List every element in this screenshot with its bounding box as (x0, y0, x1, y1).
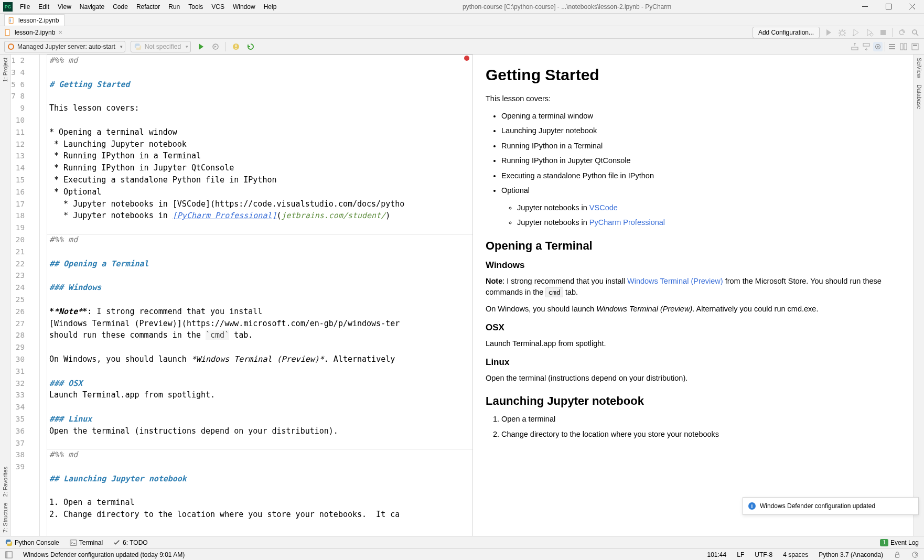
menu-file[interactable]: File (16, 1, 34, 13)
vscode-link[interactable]: VSCode (589, 203, 618, 212)
editor-tabs: lesson-2.ipynb (0, 14, 924, 26)
heading-launching: Launching Jupyter notebook (486, 394, 901, 408)
add-cell-above-icon[interactable] (850, 42, 859, 51)
svg-point-8 (840, 31, 844, 35)
tool-windows-icon[interactable] (5, 551, 13, 558)
heading-windows: Windows (486, 260, 901, 271)
editor-pane[interactable]: 1 2 3 4 5 6 7 8 9 10 11 12 13 14 15 16 1… (10, 55, 473, 536)
python-console-tool[interactable]: Python Console (5, 539, 59, 546)
breadcrumb-file[interactable]: lesson-2.ipynb (15, 29, 55, 36)
windows-p2: On Windows, you should launch Windows Te… (486, 304, 901, 315)
debug-cell-icon[interactable] (211, 42, 220, 51)
svg-rect-27 (913, 45, 917, 46)
fold-column (40, 55, 47, 536)
database-tool[interactable]: Database (916, 81, 922, 112)
maximize-button[interactable] (877, 0, 900, 14)
favorites-tool[interactable]: 2: Favorites (2, 464, 8, 500)
python-env-select[interactable]: Not specified (131, 41, 191, 52)
menu-refactor[interactable]: Refactor (132, 1, 164, 13)
svg-rect-0 (886, 4, 891, 9)
menu-view[interactable]: View (53, 1, 76, 13)
line-separator[interactable]: LF (737, 551, 744, 558)
notification-popup[interactable]: i Windows Defender configuration updated (743, 497, 919, 515)
svg-rect-25 (904, 44, 907, 50)
code-area[interactable]: #%% md # Getting Started This lesson cov… (47, 55, 472, 536)
terminal-icon (70, 539, 77, 546)
menu-run[interactable]: Run (164, 1, 184, 13)
terminal-tool[interactable]: Terminal (70, 539, 103, 546)
heading-linux: Linux (486, 357, 901, 368)
file-encoding[interactable]: UTF-8 (755, 551, 772, 558)
svg-rect-21 (889, 44, 895, 45)
lock-icon[interactable] (894, 551, 901, 558)
windows-terminal-link[interactable]: Windows Terminal (Preview) (627, 277, 723, 285)
close-tab-icon[interactable]: × (58, 28, 62, 36)
run-icon[interactable] (824, 28, 833, 37)
update-icon[interactable] (897, 28, 906, 37)
indent-setting[interactable]: 4 spaces (783, 551, 808, 558)
main-menu: File Edit View Navigate Code Refactor Ru… (16, 1, 281, 13)
list-item: Jupyter notebooks in VSCode (517, 202, 901, 213)
jupyter-server-select[interactable]: Managed Jupyter server: auto-start (4, 41, 125, 52)
event-log-tool[interactable]: 1 Event Log (880, 539, 919, 546)
todo-tool[interactable]: 6: TODO (113, 539, 148, 546)
menu-vcs[interactable]: VCS (207, 1, 229, 13)
status-message: Windows Defender configuration updated (… (23, 551, 185, 558)
menu-edit[interactable]: Edit (34, 1, 53, 13)
svg-rect-18 (863, 44, 869, 46)
preview-pane[interactable]: Getting Started This lesson covers: Open… (473, 55, 914, 536)
svg-rect-9 (853, 35, 854, 36)
project-tool[interactable]: 1: Project (2, 55, 8, 85)
view-as-code-icon[interactable] (873, 42, 883, 51)
svg-point-4 (10, 20, 11, 21)
svg-rect-17 (852, 47, 858, 50)
menu-tools[interactable]: Tools (184, 1, 207, 13)
menu-navigate[interactable]: Navigate (76, 1, 109, 13)
python-icon (134, 43, 142, 50)
minimize-button[interactable] (853, 0, 877, 14)
cursor-position[interactable]: 101:44 (707, 551, 727, 558)
close-button[interactable] (900, 0, 924, 14)
svg-rect-26 (912, 44, 918, 50)
sciview-tool[interactable]: SciView (916, 55, 922, 81)
preview-only-icon[interactable] (910, 42, 920, 51)
menu-window[interactable]: Window (229, 1, 260, 13)
todo-icon (113, 539, 121, 546)
stop-icon[interactable] (878, 28, 888, 37)
structure-tool[interactable]: 7: Structure (2, 500, 8, 536)
tab-lesson-2[interactable]: lesson-2.ipynb (4, 14, 65, 26)
info-icon: i (748, 502, 756, 510)
python-interpreter[interactable]: Python 3.7 (Anaconda) (819, 551, 883, 558)
menu-code[interactable]: Code (109, 1, 132, 13)
svg-point-10 (870, 33, 873, 36)
list-item: Running IPython in Jupyter QtConsole (501, 155, 901, 166)
pycharm-link[interactable]: PyCharm Professional (589, 218, 665, 227)
svg-point-32 (912, 552, 918, 557)
svg-point-3 (10, 18, 11, 19)
inspector-icon[interactable] (911, 551, 919, 558)
jupyter-icon (8, 44, 14, 50)
svg-point-12 (912, 30, 917, 34)
window-controls (853, 0, 924, 14)
debug-icon[interactable] (837, 28, 847, 37)
menu-help[interactable]: Help (260, 1, 281, 13)
editor-only-icon[interactable] (887, 42, 897, 51)
notebook-icon (4, 29, 12, 36)
editor-and-preview-icon[interactable] (899, 42, 908, 51)
list-item: Jupyter notebooks in PyCharm Professiona… (517, 217, 901, 228)
title-bar: PC File Edit View Navigate Code Refactor… (0, 0, 924, 14)
error-indicator-icon[interactable] (464, 56, 469, 61)
interrupt-kernel-icon[interactable] (231, 42, 241, 51)
restart-kernel-icon[interactable] (246, 42, 255, 51)
svg-rect-24 (900, 44, 903, 50)
list-item: Change directory to the location where y… (501, 428, 901, 440)
run-cell-icon[interactable] (196, 42, 206, 51)
coverage-icon[interactable] (851, 28, 861, 37)
add-configuration-button[interactable]: Add Configuration... (753, 27, 820, 38)
add-cell-below-icon[interactable] (862, 42, 871, 51)
profile-icon[interactable] (865, 28, 874, 37)
svg-rect-30 (6, 551, 8, 557)
search-icon[interactable] (910, 28, 920, 37)
intro-text: This lesson covers: (486, 93, 901, 105)
notification-text: Windows Defender configuration updated (760, 502, 875, 510)
